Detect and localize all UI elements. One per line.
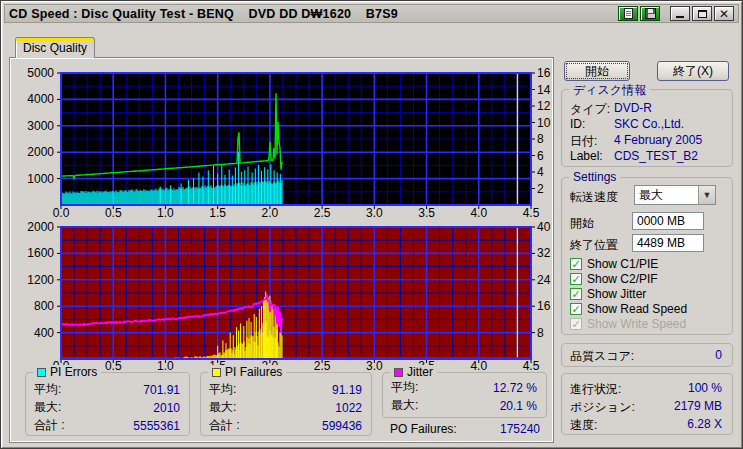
svg-text:4.5: 4.5 <box>523 359 540 372</box>
checkbox-icon: ✓ <box>570 318 582 330</box>
svg-text:14: 14 <box>537 83 551 97</box>
disc-date-value: 4 February 2005 <box>614 133 702 147</box>
svg-text:8: 8 <box>537 132 544 146</box>
speed-label: 転送速度 <box>570 189 618 206</box>
window-title: CD Speed : Disc Quality Test - BENQ DVD … <box>9 7 398 21</box>
progress-label: 進行状況: <box>570 381 621 398</box>
quality-score-label: 品質スコア: <box>570 348 634 365</box>
close-icon: ✕ <box>719 8 729 20</box>
settings-group: Settings 転送速度 最大 ▼ 開始 0000 MB 終了位置 4489 … <box>561 177 733 335</box>
svg-text:0.5: 0.5 <box>105 359 122 372</box>
start-pos-field[interactable]: 0000 MB <box>632 212 704 230</box>
stat-value: 12.72 % <box>493 381 537 395</box>
checkbox-show-c2-pif[interactable]: ✓Show C2/PIF <box>570 272 658 286</box>
stat-label: 最大: <box>391 397 418 414</box>
svg-text:1000: 1000 <box>27 172 54 186</box>
svg-text:0.0: 0.0 <box>53 206 70 220</box>
minimize-icon <box>676 16 684 18</box>
svg-text:2000: 2000 <box>27 145 54 159</box>
disc-label-value: CDS_TEST_B2 <box>614 149 698 163</box>
pi-failures-chart: 0.00.51.01.52.02.53.03.54.04.54008001200… <box>11 220 553 372</box>
close-button[interactable]: ✕ <box>714 6 734 21</box>
disc-date-label: 日付: <box>570 133 597 150</box>
progress-group: 進行状況: 100 % ポジション: 2179 MB 速度: 6.28 X <box>561 373 733 435</box>
po-failures-value: 175240 <box>500 422 540 436</box>
exit-button-label: 終了(X) <box>673 63 713 80</box>
svg-text:4.5: 4.5 <box>523 206 540 220</box>
position-value: 2179 MB <box>674 399 722 413</box>
disc-info-group: ディスク情報 タイプ: DVD-R ID: SKC Co.,Ltd. 日付: 4… <box>561 89 733 167</box>
svg-text:5000: 5000 <box>27 66 54 80</box>
svg-text:16: 16 <box>537 299 551 313</box>
svg-text:4: 4 <box>537 165 544 179</box>
copy-button[interactable] <box>618 6 638 21</box>
svg-text:3.0: 3.0 <box>366 206 383 220</box>
stat-label: 合計 : <box>209 417 240 434</box>
end-pos-label: 終了位置 <box>570 237 618 254</box>
checkbox-show-c1-pie[interactable]: ✓Show C1/PIE <box>570 257 658 271</box>
svg-text:1.5: 1.5 <box>209 206 226 220</box>
pi-failures-title: PI Failures <box>225 365 282 379</box>
stat-label: 平均: <box>209 381 236 398</box>
maximize-button[interactable] <box>692 6 712 21</box>
stat-value: 20.1 % <box>500 399 537 413</box>
app-window: CD Speed : Disc Quality Test - BENQ DVD … <box>0 0 743 449</box>
settings-title: Settings <box>569 170 620 184</box>
svg-text:1.0: 1.0 <box>157 206 174 220</box>
disc-label-label: Label: <box>570 149 603 163</box>
jitter-legend-swatch <box>394 368 403 377</box>
svg-text:2000: 2000 <box>27 220 54 234</box>
progress-value: 100 % <box>688 381 722 395</box>
pi-failures-group: PI Failures 平均:91.19 最大:1022 合計 :599436 <box>200 372 372 436</box>
disc-id-value: SKC Co.,Ltd. <box>614 117 684 131</box>
svg-text:3000: 3000 <box>27 119 54 133</box>
save-button[interactable] <box>640 6 660 21</box>
stat-label: 最大: <box>34 399 61 416</box>
stat-value: 701.91 <box>143 383 180 397</box>
pi-errors-group: PI Errors 平均:701.91 最大:2010 合計 :5555361 <box>25 372 190 436</box>
start-button[interactable]: 開始 <box>564 61 630 81</box>
svg-text:400: 400 <box>34 326 54 340</box>
svg-text:0.5: 0.5 <box>105 206 122 220</box>
tab-disc-quality[interactable]: Disc Quality <box>15 37 95 58</box>
svg-text:12: 12 <box>537 99 551 113</box>
speed-stat-value: 6.28 X <box>687 417 722 431</box>
title-bar: CD Speed : Disc Quality Test - BENQ DVD … <box>4 4 739 23</box>
svg-text:800: 800 <box>34 299 54 313</box>
checkbox-icon: ✓ <box>570 273 582 285</box>
checkbox-icon: ✓ <box>570 303 582 315</box>
chevron-down-icon[interactable]: ▼ <box>698 186 715 204</box>
svg-text:4.0: 4.0 <box>470 206 487 220</box>
svg-text:3.5: 3.5 <box>418 206 435 220</box>
svg-text:6: 6 <box>537 149 544 163</box>
svg-text:10: 10 <box>537 116 551 130</box>
quality-score-group: 品質スコア: 0 <box>561 343 733 367</box>
stat-value: 5555361 <box>133 419 180 433</box>
pi-errors-title: PI Errors <box>50 365 97 379</box>
minimize-button[interactable] <box>670 6 690 21</box>
stat-value: 599436 <box>322 419 362 433</box>
speed-dropdown[interactable]: 最大 ▼ <box>634 185 716 205</box>
po-failures-label: PO Failures: <box>390 422 457 436</box>
svg-text:1600: 1600 <box>27 246 54 260</box>
end-pos-field[interactable]: 4489 MB <box>632 234 704 252</box>
stat-label: 平均: <box>391 379 418 396</box>
maximize-icon <box>698 10 707 18</box>
stat-label: 合計 : <box>34 417 65 434</box>
pi-errors-legend-swatch <box>37 368 46 377</box>
svg-text:1200: 1200 <box>27 273 54 287</box>
checkbox-show-jitter[interactable]: ✓Show Jitter <box>570 287 646 301</box>
disc-id-label: ID: <box>570 117 585 131</box>
svg-text:4.0: 4.0 <box>470 359 487 372</box>
checkbox-icon: ✓ <box>570 258 582 270</box>
position-label: ポジション: <box>570 399 635 416</box>
jitter-title: Jitter <box>407 365 433 379</box>
copy-icon <box>624 8 633 19</box>
stat-label: 最大: <box>209 399 236 416</box>
svg-text:4000: 4000 <box>27 92 54 106</box>
exit-button[interactable]: 終了(X) <box>657 61 729 81</box>
checkbox-icon: ✓ <box>570 288 582 300</box>
pi-errors-chart: 0.00.51.01.52.02.53.03.54.04.51000200030… <box>11 58 553 220</box>
svg-text:16: 16 <box>537 66 551 80</box>
checkbox-show-read-speed[interactable]: ✓Show Read Speed <box>570 302 687 316</box>
